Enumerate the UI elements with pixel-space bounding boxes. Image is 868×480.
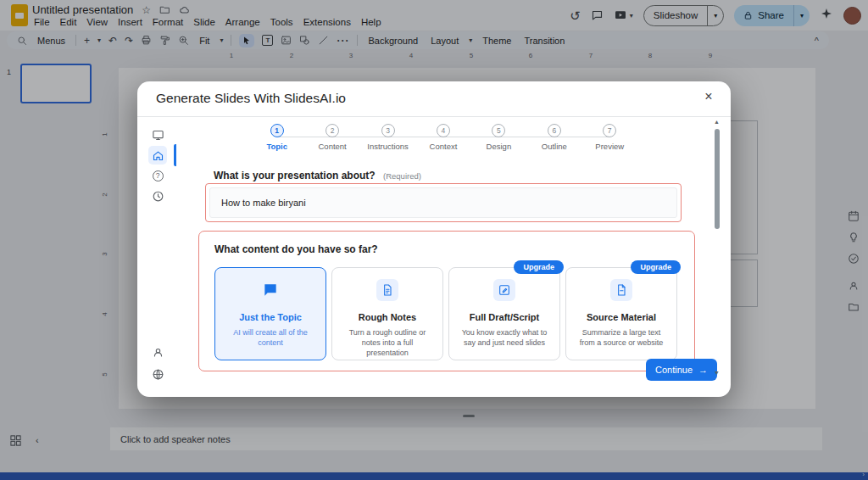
step-circle: 3 (381, 124, 395, 137)
content-highlight-box: What content do you have so far? Just th… (198, 231, 695, 371)
source-document-icon (610, 279, 632, 301)
step-content[interactable]: 2 Content (304, 124, 359, 151)
continue-label: Continue (655, 365, 693, 375)
help-icon[interactable]: ? (148, 166, 167, 185)
scroll-up-icon[interactable]: ▲ (714, 119, 720, 125)
home-icon[interactable] (148, 146, 167, 165)
account-icon[interactable] (148, 343, 167, 361)
screen: Untitled presentation ☆ File Edit View I… (0, 0, 868, 480)
step-design[interactable]: 5 Design (471, 124, 526, 151)
card-desc: AI will create all of the content (224, 327, 317, 348)
topic-highlight-box: How to make biryani (205, 183, 682, 222)
history-icon[interactable] (148, 187, 167, 205)
close-icon[interactable]: × (700, 89, 717, 104)
wizard-stepper: 1 Topic 2 Content 3 Instructions 4 Conte… (249, 124, 637, 151)
topic-input[interactable]: How to make biryani (209, 187, 677, 218)
dialog-header: Generate Slides With SlidesAI.io × (137, 81, 731, 117)
topic-question-text: What is your presentation about? (214, 170, 376, 181)
step-circle: 7 (603, 124, 616, 137)
presentations-icon[interactable] (148, 126, 167, 144)
step-label: Topic (249, 142, 304, 151)
chat-bubble-icon (259, 279, 281, 301)
translate-icon[interactable] (148, 365, 167, 383)
card-title: Full Draft/Script (449, 312, 559, 322)
dialog-title: Generate Slides With SlidesAI.io (156, 91, 346, 106)
upgrade-badge: Upgrade (514, 260, 564, 274)
notes-icon (376, 279, 398, 301)
step-circle: 6 (548, 124, 561, 137)
step-context[interactable]: 4 Context (415, 124, 470, 151)
step-label: Preview (582, 142, 637, 151)
step-outline[interactable]: 6 Outline (526, 124, 581, 151)
step-label: Outline (526, 142, 581, 151)
step-label: Content (304, 142, 359, 151)
card-just-the-topic[interactable]: Just the Topic AI will create all of the… (214, 267, 326, 360)
active-section-indicator (174, 144, 176, 166)
arrow-right-icon: → (698, 365, 708, 375)
scroll-down-icon[interactable]: ▼ (714, 370, 720, 376)
card-title: Rough Notes (332, 312, 442, 322)
step-instructions[interactable]: 3 Instructions (360, 124, 415, 151)
slidesai-dialog: Generate Slides With SlidesAI.io × ? 1 T… (137, 81, 731, 397)
continue-button[interactable]: Continue → (646, 359, 717, 381)
topic-input-value: How to make biryani (221, 198, 306, 208)
card-source-material[interactable]: Upgrade Source Material Summarize a larg… (565, 267, 677, 360)
step-circle: 5 (492, 124, 505, 137)
step-circle: 2 (326, 124, 339, 137)
content-option-cards: Just the Topic AI will create all of the… (214, 267, 677, 360)
card-title: Source Material (566, 312, 676, 322)
step-label: Context (415, 142, 470, 151)
card-desc: You know exactly what to say and just ne… (458, 327, 551, 348)
content-question: What content do you have so far? (214, 243, 378, 255)
step-circle: 1 (270, 124, 284, 137)
dialog-scrollbar[interactable]: ▲ ▼ (713, 119, 721, 390)
card-desc: Summarize a large text from a source or … (575, 327, 668, 348)
required-label: (Required) (383, 171, 421, 181)
card-title: Just the Topic (215, 312, 326, 322)
dialog-body: ? 1 Topic 2 Content 3 Instructions (137, 117, 731, 397)
step-circle: 4 (437, 124, 450, 137)
card-rough-notes[interactable]: Rough Notes Turn a rough outline or note… (331, 267, 443, 360)
step-label: Design (471, 142, 526, 151)
step-preview[interactable]: 7 Preview (582, 124, 637, 151)
card-desc: Turn a rough outline or notes into a ful… (341, 327, 434, 358)
edit-draft-icon (493, 279, 515, 301)
help-mark: ? (156, 171, 160, 180)
topic-question: What is your presentation about? (Requir… (214, 170, 421, 181)
step-topic[interactable]: 1 Topic (249, 124, 304, 151)
upgrade-badge: Upgrade (631, 260, 681, 274)
step-label: Instructions (360, 142, 415, 151)
scrollbar-thumb[interactable] (715, 129, 720, 229)
card-full-draft-script[interactable]: Upgrade Full Draft/Script You know exact… (448, 267, 560, 360)
dialog-sidebar: ? (137, 117, 176, 397)
